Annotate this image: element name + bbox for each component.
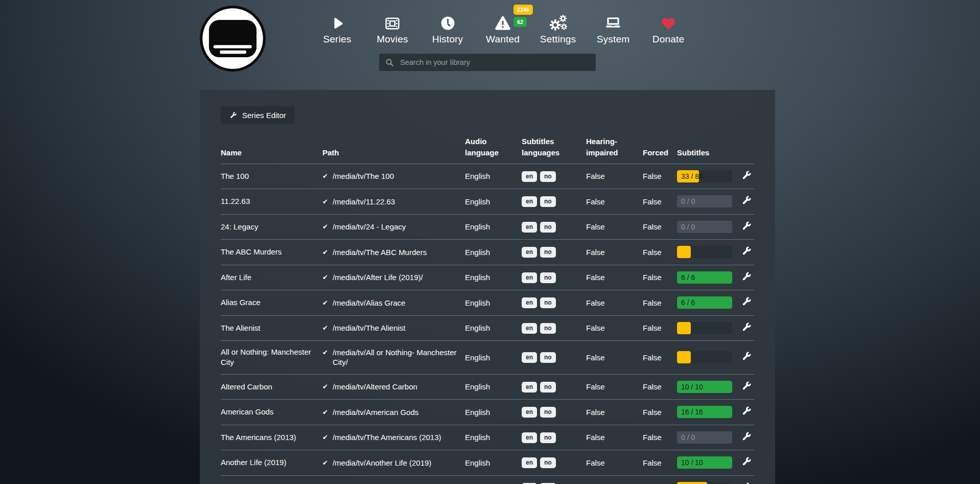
col-header-forced: Forced xyxy=(643,136,677,164)
forced-value: False xyxy=(643,240,677,265)
subtitles-cell: 0 / 0 xyxy=(677,214,741,240)
subtitles-languages: enno xyxy=(522,475,586,484)
language-badge: no xyxy=(540,196,556,207)
subtitles-cell: 6 / 6 xyxy=(677,265,741,290)
row-actions xyxy=(741,164,754,189)
audio-language: English xyxy=(465,450,522,476)
subtitles-progress-bar: 16 / 16 xyxy=(677,406,732,418)
audio-language: English xyxy=(465,290,522,316)
wrench-icon xyxy=(229,111,237,119)
forced-value: False xyxy=(643,341,677,375)
nav-item-donate[interactable]: Donate xyxy=(641,0,696,45)
language-badge: en xyxy=(522,323,537,334)
nav-label: History xyxy=(432,34,463,45)
series-name: After Life xyxy=(221,265,322,290)
edit-series-wrench-button[interactable] xyxy=(741,351,752,361)
audio-language: English xyxy=(465,475,522,484)
series-name: 11.22.63 xyxy=(221,189,322,215)
forced-value: False xyxy=(643,164,677,189)
series-name: Another Life (2019) xyxy=(221,450,322,476)
nav-item-series[interactable]: Series xyxy=(310,0,365,45)
series-name: All or Nothing: Manchester City xyxy=(221,341,322,375)
edit-series-wrench-button[interactable] xyxy=(741,271,752,282)
nav-item-settings[interactable]: Settings xyxy=(530,0,586,45)
col-header-subtitles-languages: Subtitles languages xyxy=(522,136,586,164)
language-badge: no xyxy=(540,382,556,393)
series-path: ✔/media/tv/Altered Carbon xyxy=(322,374,465,400)
row-actions xyxy=(741,189,754,215)
audio-language: English xyxy=(465,374,522,400)
table-row: The ABC Murders✔/media/tv/The ABC Murder… xyxy=(221,240,754,265)
forced-value: False xyxy=(643,425,677,450)
row-actions xyxy=(741,425,754,450)
language-badge: en xyxy=(522,352,537,363)
nav-label: Donate xyxy=(652,34,684,45)
laptop-icon xyxy=(603,10,623,32)
subtitles-languages: enno xyxy=(522,341,586,375)
language-badge: no xyxy=(540,247,556,258)
language-badge: en xyxy=(522,297,537,308)
series-name: The 100 xyxy=(221,164,322,189)
nav-label: Movies xyxy=(377,34,408,45)
row-actions xyxy=(741,341,754,375)
audio-language: English xyxy=(465,164,522,189)
edit-series-wrench-button[interactable] xyxy=(741,195,752,205)
progress-label: 6 / 6 xyxy=(681,296,695,309)
language-badge: en xyxy=(522,247,537,258)
nav-label: Wanted xyxy=(486,34,520,45)
series-name: The ABC Murders xyxy=(221,240,322,265)
row-actions xyxy=(741,475,754,484)
subtitles-progress-bar: 0 / 0 xyxy=(677,431,732,444)
table-row: All or Nothing: Manchester City✔/media/t… xyxy=(221,341,754,375)
path-text: /media/tv/The 100 xyxy=(333,171,394,181)
edit-series-wrench-button[interactable] xyxy=(741,431,752,442)
series-name: Alias Grace xyxy=(221,290,322,316)
edit-series-wrench-button[interactable] xyxy=(741,322,752,332)
app-logo[interactable] xyxy=(199,5,267,73)
subtitles-languages: enno xyxy=(522,214,586,240)
audio-language: English xyxy=(465,315,522,341)
series-path: ✔/media/tv/A.P. BIO/ xyxy=(322,475,465,484)
hearing-impaired-value: False xyxy=(586,189,643,215)
subtitles-cell: 10 / 10 xyxy=(677,450,741,476)
subtitles-cell: 10 / 10 xyxy=(677,374,741,400)
nav-item-wanted[interactable]: 224662Wanted xyxy=(475,0,530,45)
bazarr-logo-icon xyxy=(199,5,267,73)
series-editor-button[interactable]: Series Editor xyxy=(221,106,295,124)
path-exists-check-icon: ✔ xyxy=(322,222,328,232)
subtitles-languages: enno xyxy=(522,374,586,400)
subtitles-languages: enno xyxy=(522,450,586,476)
col-header-subtitles: Subtitles xyxy=(677,136,741,164)
edit-series-wrench-button[interactable] xyxy=(741,381,752,391)
path-exists-check-icon: ✔ xyxy=(322,197,328,207)
hearing-impaired-value: False xyxy=(586,265,643,290)
edit-series-wrench-button[interactable] xyxy=(741,456,752,467)
edit-series-wrench-button[interactable] xyxy=(741,170,752,180)
subtitles-languages: enno xyxy=(522,189,586,215)
edit-series-wrench-button[interactable] xyxy=(741,296,752,307)
nav-item-system[interactable]: System xyxy=(586,0,641,45)
nav-item-movies[interactable]: Movies xyxy=(365,0,420,45)
language-badge: no xyxy=(540,171,556,182)
edit-series-wrench-button[interactable] xyxy=(741,406,752,416)
series-name: 24: Legacy xyxy=(221,214,322,240)
search-input[interactable] xyxy=(399,58,590,67)
series-name: A.P. Bio xyxy=(221,475,322,484)
subtitles-progress-bar: 10 / 10 xyxy=(677,381,732,393)
table-row: 24: Legacy✔/media/tv/24 - LegacyEnglishe… xyxy=(221,214,754,240)
subtitles-languages: enno xyxy=(522,400,586,425)
edit-series-wrench-button[interactable] xyxy=(741,221,752,231)
subtitles-cell: 16 / 16 xyxy=(677,400,741,425)
hearing-impaired-value: False xyxy=(586,290,643,316)
hearing-impaired-value: False xyxy=(586,450,643,476)
series-path: ✔/media/tv/American Gods xyxy=(322,400,465,425)
progress-fill xyxy=(677,246,691,258)
edit-series-wrench-button[interactable] xyxy=(741,482,752,484)
path-text: /media/tv/Another Life (2019) xyxy=(333,458,431,468)
series-path: ✔/media/tv/The ABC Murders xyxy=(322,240,465,265)
edit-series-wrench-button[interactable] xyxy=(741,246,752,256)
nav-item-history[interactable]: History xyxy=(420,0,475,45)
subtitles-progress-bar: 6 / 6 xyxy=(677,296,732,309)
hearing-impaired-value: False xyxy=(586,214,643,240)
subtitles-cell: 33 / 84 xyxy=(677,164,741,189)
